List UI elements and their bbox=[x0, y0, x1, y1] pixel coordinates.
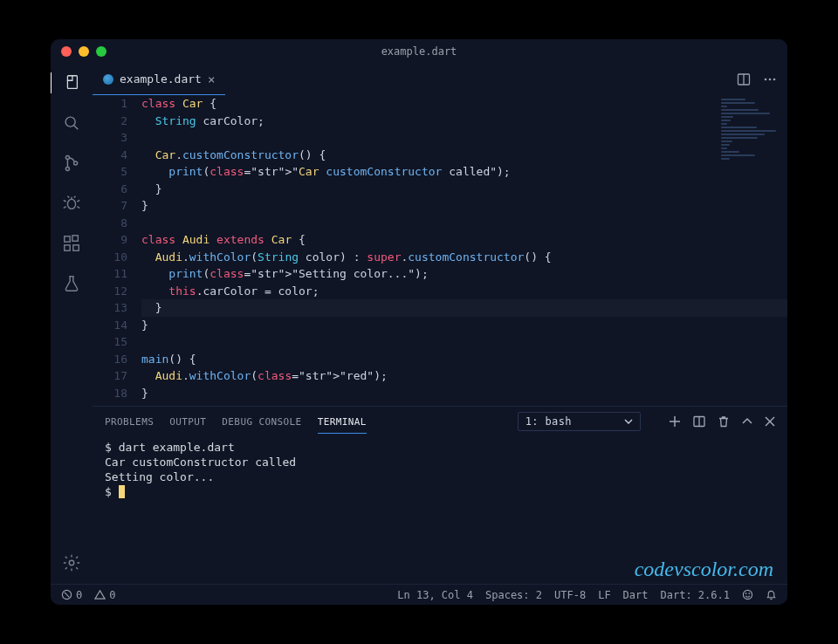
status-language[interactable]: Dart bbox=[623, 589, 649, 601]
status-eol[interactable]: LF bbox=[598, 589, 610, 601]
maximize-window-button[interactable] bbox=[96, 46, 106, 57]
svg-point-32 bbox=[745, 593, 746, 594]
status-bar: 0 0 Ln 13, Col 4 Spaces: 2 UTF-8 LF Dart… bbox=[51, 584, 787, 605]
svg-rect-16 bbox=[72, 236, 78, 241]
settings-gear-icon[interactable] bbox=[61, 552, 82, 573]
minimap[interactable] bbox=[721, 99, 782, 160]
svg-point-33 bbox=[749, 593, 750, 594]
panel-tab-debug-console[interactable]: DEBUG CONSOLE bbox=[222, 416, 301, 428]
svg-point-20 bbox=[765, 79, 767, 81]
split-editor-icon[interactable] bbox=[737, 72, 751, 86]
split-terminal-icon[interactable] bbox=[693, 415, 705, 428]
svg-line-1 bbox=[74, 126, 79, 130]
current-line-highlight bbox=[141, 299, 787, 317]
terminal-selector-label: 1: bash bbox=[525, 415, 572, 428]
extensions-icon[interactable] bbox=[61, 233, 82, 254]
minimize-window-button[interactable] bbox=[79, 46, 89, 57]
terminal-output[interactable]: $ dart example.dart Car customConstructo… bbox=[93, 436, 787, 584]
dart-file-icon bbox=[103, 74, 113, 85]
notifications-bell-icon[interactable] bbox=[766, 589, 777, 600]
window-title: example.dart bbox=[381, 45, 457, 58]
svg-point-0 bbox=[65, 117, 75, 127]
search-icon[interactable] bbox=[61, 113, 82, 134]
tab-bar: example.dart × bbox=[93, 64, 787, 95]
close-panel-icon[interactable] bbox=[765, 416, 775, 427]
debug-icon[interactable] bbox=[61, 193, 82, 214]
testing-icon[interactable] bbox=[61, 273, 82, 294]
status-errors[interactable]: 0 bbox=[61, 589, 82, 601]
svg-line-9 bbox=[64, 207, 66, 209]
source-control-icon[interactable] bbox=[61, 153, 82, 174]
code-editor[interactable]: 123456789101112131415161718 class Car { … bbox=[93, 95, 787, 406]
tab-filename: example.dart bbox=[120, 72, 202, 86]
editor-window: example.dart bbox=[51, 39, 787, 605]
status-encoding[interactable]: UTF-8 bbox=[554, 589, 586, 601]
svg-point-5 bbox=[67, 199, 75, 209]
chevron-down-icon bbox=[624, 417, 633, 426]
bottom-panel: PROBLEMS OUTPUT DEBUG CONSOLE TERMINAL 1… bbox=[93, 406, 787, 584]
svg-line-7 bbox=[64, 200, 66, 202]
status-warnings[interactable]: 0 bbox=[94, 589, 115, 601]
terminal-actions bbox=[669, 415, 775, 428]
main-area: example.dart × 1234567891011121314151617… bbox=[51, 64, 787, 584]
svg-point-4 bbox=[74, 161, 78, 165]
feedback-icon[interactable] bbox=[742, 589, 753, 600]
svg-rect-13 bbox=[65, 236, 70, 242]
svg-point-3 bbox=[65, 167, 69, 170]
explorer-icon[interactable] bbox=[51, 72, 92, 93]
svg-line-11 bbox=[67, 196, 69, 198]
terminal-cursor bbox=[119, 485, 125, 498]
svg-rect-14 bbox=[65, 245, 70, 250]
kill-terminal-icon[interactable] bbox=[718, 415, 730, 428]
terminal-selector-dropdown[interactable]: 1: bash bbox=[518, 412, 641, 431]
watermark-text: codevscolor.com bbox=[635, 562, 773, 577]
status-dart-sdk[interactable]: Dart: 2.6.1 bbox=[661, 589, 730, 601]
editor-actions bbox=[737, 64, 787, 95]
panel-tab-bar: PROBLEMS OUTPUT DEBUG CONSOLE TERMINAL 1… bbox=[93, 407, 787, 436]
code-content[interactable]: class Car { String carColor; Car.customC… bbox=[141, 95, 787, 406]
close-window-button[interactable] bbox=[61, 46, 72, 57]
status-indentation[interactable]: Spaces: 2 bbox=[485, 589, 542, 601]
new-terminal-icon[interactable] bbox=[669, 415, 681, 428]
titlebar: example.dart bbox=[51, 39, 787, 64]
svg-rect-15 bbox=[73, 245, 79, 250]
svg-line-8 bbox=[77, 200, 79, 202]
svg-point-22 bbox=[773, 79, 776, 81]
activity-bar bbox=[51, 64, 93, 584]
svg-point-2 bbox=[65, 156, 69, 160]
svg-point-31 bbox=[743, 590, 752, 599]
panel-tab-problems[interactable]: PROBLEMS bbox=[105, 416, 154, 428]
maximize-panel-icon[interactable] bbox=[742, 416, 752, 427]
panel-tab-output[interactable]: OUTPUT bbox=[169, 416, 206, 428]
editor-column: example.dart × 1234567891011121314151617… bbox=[93, 64, 787, 584]
svg-line-10 bbox=[77, 207, 79, 209]
window-controls bbox=[61, 46, 106, 57]
status-cursor-position[interactable]: Ln 13, Col 4 bbox=[397, 589, 473, 601]
line-number-gutter: 123456789101112131415161718 bbox=[93, 95, 141, 406]
svg-line-30 bbox=[65, 593, 70, 598]
svg-point-21 bbox=[769, 79, 772, 81]
svg-point-17 bbox=[69, 560, 74, 565]
more-actions-icon[interactable] bbox=[763, 72, 777, 86]
svg-line-12 bbox=[74, 196, 76, 198]
file-tab-example-dart[interactable]: example.dart × bbox=[93, 64, 225, 95]
tab-close-icon[interactable]: × bbox=[208, 72, 215, 86]
panel-tab-terminal[interactable]: TERMINAL bbox=[318, 416, 367, 434]
